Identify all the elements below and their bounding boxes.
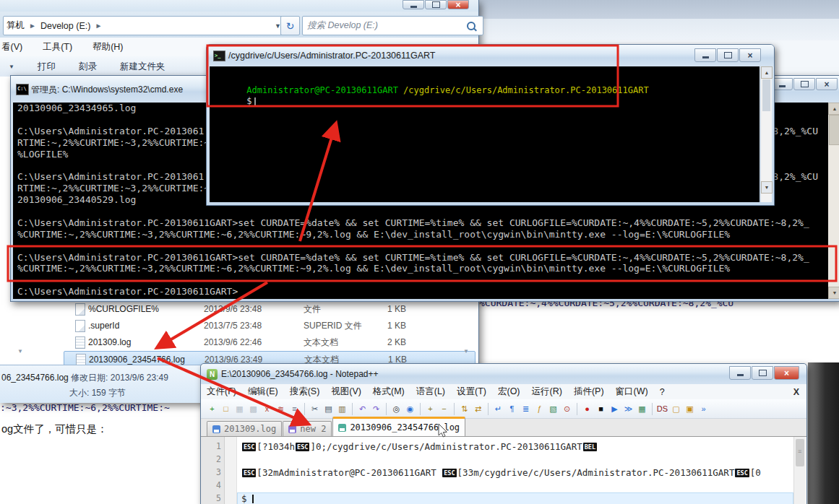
paste-icon[interactable]: ▥ xyxy=(336,403,348,415)
stop-macro-icon[interactable]: ■ xyxy=(595,403,607,415)
menu-item[interactable]: 工具(T) xyxy=(43,41,72,53)
cmd-scrollbar[interactable]: ▲ ▼ xyxy=(828,103,839,299)
find-icon[interactable]: ◎ xyxy=(390,403,403,415)
chevron-down-icon[interactable]: ▼ xyxy=(9,64,14,70)
list-scroll-down-icon[interactable]: ▼ xyxy=(463,348,469,355)
close-all-icon[interactable]: ≋ xyxy=(275,403,287,415)
run-macro-multi-icon[interactable]: ≫ xyxy=(622,403,634,415)
doc-monitor-icon[interactable]: ⊙ xyxy=(561,403,573,415)
record-macro-icon[interactable]: ● xyxy=(581,403,593,415)
notepadpp-titlebar[interactable]: N E:\20130906_23454766.log - Notepad++ xyxy=(201,364,806,384)
zoom-in-icon[interactable]: + xyxy=(424,403,436,415)
menu-item[interactable]: 搜索(S) xyxy=(284,386,326,398)
menubar-close-icon[interactable]: X xyxy=(793,387,799,397)
new-file-icon[interactable]: + xyxy=(206,403,218,415)
editor-area[interactable]: 1ESC[?1034hESC]0;/cygdrive/c/Users/Admin… xyxy=(201,437,806,504)
file-row[interactable]: %CURLOGFILE%2013/9/6 23:48文件1 KB xyxy=(64,301,474,317)
mintty-terminal-content[interactable]: Administrator@PC-20130611GART /cygdrive/… xyxy=(210,66,760,202)
background-code-text: :~3,2%%CURTIME:~6,2%%CURTIME:~ xyxy=(0,402,170,413)
save-icon[interactable]: ▦ xyxy=(233,403,246,415)
word-wrap-icon[interactable]: ↵ xyxy=(492,403,504,415)
function-list-icon[interactable]: ƒ xyxy=(533,403,546,415)
background-window-band xyxy=(473,0,839,19)
save-macro-icon[interactable]: ▦ xyxy=(636,403,648,415)
indent-guide-icon[interactable]: ≣ xyxy=(520,403,532,415)
tab-active[interactable]: 20130906_23454766.log xyxy=(332,417,465,436)
scrollbar-thumb[interactable] xyxy=(762,79,770,111)
maximize-button[interactable] xyxy=(793,78,815,90)
menu-item[interactable]: ? xyxy=(654,387,671,397)
toolbar-more-icon[interactable]: » xyxy=(697,403,710,415)
scroll-up-icon[interactable]: ▲ xyxy=(761,66,773,79)
menu-item[interactable]: 格式(M) xyxy=(367,386,410,398)
replace-icon[interactable]: ◉ xyxy=(404,403,416,415)
menu-item[interactable]: 看(V) xyxy=(1,41,22,53)
menu-item[interactable]: 宏(O) xyxy=(492,386,526,398)
close-button[interactable] xyxy=(816,78,838,90)
cmd-text: RTIME:~,2%%CURTIME:~3,2%%CURTIME:~ xyxy=(17,137,210,148)
search-icon[interactable] xyxy=(467,22,476,30)
toolbar-button[interactable]: 刻录 xyxy=(79,61,97,73)
menu-item[interactable]: 窗口(W) xyxy=(610,386,654,398)
mintty-titlebar[interactable]: /cygdrive/c/Users/Administrator.PC-20130… xyxy=(207,45,774,66)
scroll-down-icon[interactable]: ▼ xyxy=(828,287,839,299)
maximize-button[interactable] xyxy=(752,366,773,380)
tab-inactive[interactable]: 201309.log xyxy=(207,421,282,436)
scroll-down-icon[interactable]: ▼ xyxy=(761,181,773,194)
close-button[interactable] xyxy=(774,366,799,380)
show-symbols-icon[interactable]: ¶ xyxy=(506,403,518,415)
breadcrumb[interactable]: 算机 ► Develop (E:) ► ▼ xyxy=(3,16,285,35)
copy-icon[interactable]: ▤ xyxy=(322,403,335,415)
menu-item[interactable]: 编辑(E) xyxy=(242,386,284,398)
menu-item[interactable]: 设置(T) xyxy=(451,386,492,398)
open-folder-icon[interactable]: □ xyxy=(220,403,232,415)
search-input[interactable]: 搜索 Develop (E:) xyxy=(302,16,483,35)
menu-item[interactable]: 语言(L) xyxy=(410,386,451,398)
zoom-out-icon[interactable]: − xyxy=(438,403,450,415)
maximize-button[interactable] xyxy=(717,48,739,62)
maximize-button[interactable] xyxy=(425,0,447,9)
file-row[interactable]: .superId2013/7/5 23:48SUPERID 文件1 KB xyxy=(64,318,474,334)
minimize-button[interactable] xyxy=(694,48,716,62)
sync-vertical-icon[interactable]: ⇅ xyxy=(458,403,470,415)
file-name: .superId xyxy=(88,321,119,331)
save-all-icon[interactable]: ▩ xyxy=(247,403,259,415)
breadcrumb-item-computer[interactable]: 算机 xyxy=(7,19,25,32)
close-button[interactable] xyxy=(447,0,469,9)
undo-icon[interactable]: ↶ xyxy=(356,403,369,415)
toolbar-button[interactable]: 新建文件夹 xyxy=(120,61,165,73)
file-modified-date: 2013/7/5 23:48 xyxy=(204,321,262,331)
mintty-scrollbar[interactable]: ▲ ▼ xyxy=(760,66,772,202)
menu-item[interactable]: 帮助(H) xyxy=(92,41,123,53)
close-file-icon[interactable]: x xyxy=(261,403,273,415)
menu-item[interactable]: 运行(R) xyxy=(526,386,568,398)
scrollbar-thumb[interactable] xyxy=(796,439,804,466)
doc-map-icon[interactable]: ▧ xyxy=(547,403,559,415)
file-row[interactable]: 201309.log2013/9/6 22:46文本文档2 KB xyxy=(64,334,474,350)
play-macro-icon[interactable]: ▶ xyxy=(608,403,621,415)
project-save-icon[interactable]: ▣ xyxy=(684,403,696,415)
print-icon[interactable]: ≡ xyxy=(288,403,301,415)
scrollbar-thumb[interactable] xyxy=(829,115,839,145)
redo-icon[interactable]: ↷ xyxy=(370,403,382,415)
editor-text: [32mAdministrator@PC-20130611GART xyxy=(257,467,442,478)
menu-item[interactable]: 插件(P) xyxy=(568,386,610,398)
editor-scrollbar[interactable] xyxy=(793,437,806,504)
close-button[interactable] xyxy=(739,48,761,62)
menu-item[interactable]: 文件(F) xyxy=(201,386,242,398)
scroll-up-icon[interactable]: ▲ xyxy=(828,103,839,115)
breadcrumb-item-drive[interactable]: Develop (E:) xyxy=(40,21,90,31)
minimize-button[interactable] xyxy=(403,0,424,9)
dspellcheck-icon[interactable]: DS xyxy=(656,403,668,415)
toolbar-button[interactable]: 打印 xyxy=(38,61,56,73)
tree-scroll-down-icon[interactable]: ▼ xyxy=(17,348,23,355)
sync-horizontal-icon[interactable]: ⇄ xyxy=(472,403,484,415)
cut-icon[interactable]: ✂ xyxy=(309,403,321,415)
floppy-save-icon xyxy=(288,425,296,433)
menu-item[interactable]: 视图(V) xyxy=(325,386,367,398)
tab-inactive[interactable]: new 2 xyxy=(283,421,332,436)
minimize-button[interactable] xyxy=(729,366,751,380)
refresh-button[interactable]: ↻ xyxy=(280,16,300,35)
project-open-icon[interactable]: ▢ xyxy=(670,403,682,415)
mintty-window: /cygdrive/c/Users/Administrator.PC-20130… xyxy=(206,44,775,206)
